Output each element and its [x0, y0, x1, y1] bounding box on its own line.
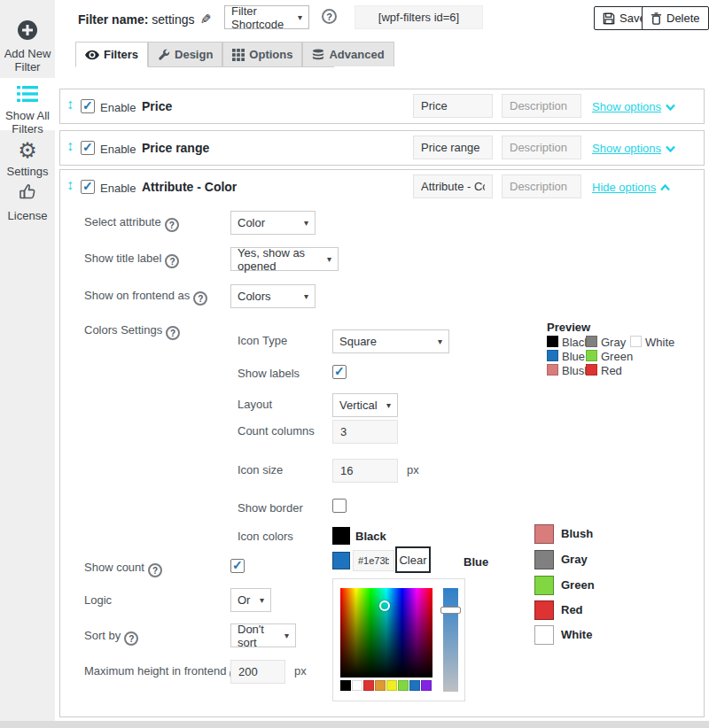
- sidebar-item-settings[interactable]: ⚙ Settings: [0, 140, 55, 182]
- sidebar-item-show-all-filters[interactable]: Show All Filters: [0, 78, 55, 130]
- sidebar-item-add-new-filter[interactable]: Add New Filter: [0, 18, 55, 76]
- filter-description-input[interactable]: [502, 174, 581, 198]
- show-border-checkbox[interactable]: [332, 499, 347, 513]
- count-columns-label: Count columns: [238, 424, 315, 438]
- drag-handle-icon[interactable]: ↕: [66, 178, 74, 192]
- enable-label: Enable: [100, 182, 136, 195]
- filter-name-input[interactable]: [413, 174, 493, 198]
- attr-color-swatch-red[interactable]: [534, 600, 554, 620]
- layout-select[interactable]: Vertical ▾: [332, 393, 398, 417]
- show-border-label: Show border: [238, 501, 303, 515]
- shortcode-value[interactable]: [wpf-filters id=6]: [354, 5, 483, 29]
- preset-swatch[interactable]: [375, 680, 386, 691]
- tab-options[interactable]: Options: [222, 42, 302, 66]
- edit-pencil-icon[interactable]: ✎: [200, 12, 212, 27]
- sidebar: Add New Filter Show All Filters ⚙ Settin…: [0, 0, 55, 728]
- trash-icon: [651, 12, 662, 25]
- help-icon[interactable]: ?: [165, 254, 179, 268]
- preview-label: White: [645, 336, 674, 349]
- attr-color-swatch-gray[interactable]: [534, 550, 554, 569]
- thumbs-up-icon: [0, 182, 55, 205]
- color-picker-slider[interactable]: [443, 588, 458, 692]
- gear-icon: ⚙: [0, 140, 55, 161]
- show-title-label-label: Show title label?: [84, 252, 179, 268]
- filter-description-input[interactable]: [502, 94, 581, 118]
- show-on-frontend-select[interactable]: Colors ▾: [230, 284, 316, 308]
- icon-type-select[interactable]: Square ▾: [332, 329, 449, 353]
- icon-color-hex-input[interactable]: [353, 550, 394, 571]
- show-options-label: Show options: [592, 142, 661, 155]
- attr-color-label: Red: [561, 603, 583, 616]
- icon-color-swatch-blue[interactable]: [332, 552, 350, 569]
- show-options-label: Show options: [592, 100, 661, 113]
- tab-filters[interactable]: Filters: [75, 42, 148, 67]
- filter-description-input[interactable]: [502, 136, 581, 159]
- filter-name-input[interactable]: [413, 136, 493, 159]
- show-labels-checkbox[interactable]: [332, 365, 347, 379]
- drag-handle-icon[interactable]: ↕: [66, 139, 74, 153]
- tab-design[interactable]: Design: [148, 42, 222, 66]
- tab-advanced[interactable]: Advanced: [302, 42, 393, 66]
- preset-swatch[interactable]: [352, 680, 362, 691]
- icon-colors-label: Icon colors: [238, 530, 293, 543]
- sort-by-value: Don't sort: [238, 623, 279, 649]
- color-picker-cursor[interactable]: [379, 600, 390, 611]
- color-picker-presets: [340, 680, 432, 691]
- preset-swatch[interactable]: [421, 680, 432, 691]
- preview-label: Blue: [562, 350, 585, 363]
- preset-swatch[interactable]: [386, 680, 397, 691]
- preview-swatch-blue: [547, 350, 558, 361]
- help-icon[interactable]: ?: [193, 291, 207, 306]
- attr-color-label: Green: [561, 578, 595, 592]
- page-bottom-edge: [0, 721, 709, 728]
- help-icon[interactable]: ?: [165, 218, 179, 232]
- help-icon[interactable]: ?: [148, 563, 162, 577]
- eye-icon: [85, 50, 99, 60]
- preview-label: Gray: [601, 336, 626, 349]
- enable-checkbox[interactable]: [81, 180, 95, 194]
- icon-color-label-black: Black: [355, 530, 386, 543]
- show-labels-label: Show labels: [238, 367, 300, 380]
- max-height-input[interactable]: [230, 660, 285, 684]
- color-picker-slider-handle[interactable]: [440, 607, 461, 614]
- filter-shortcode-select[interactable]: Filter Shortcode ▾: [224, 5, 309, 29]
- help-icon[interactable]: ?: [124, 631, 138, 646]
- delete-button[interactable]: Delete: [642, 6, 709, 30]
- show-count-checkbox[interactable]: [230, 559, 245, 573]
- max-height-unit: px: [294, 664, 307, 678]
- tab-label: Filters: [104, 48, 138, 61]
- preset-swatch[interactable]: [363, 680, 374, 691]
- sort-by-select[interactable]: Don't sort ▾: [230, 623, 296, 647]
- icon-size-input[interactable]: [332, 459, 398, 483]
- drag-handle-icon[interactable]: ↕: [66, 97, 74, 112]
- icon-color-swatch-black[interactable]: [332, 527, 350, 545]
- enable-checkbox[interactable]: [81, 99, 95, 113]
- attr-color-swatch-blush[interactable]: [534, 524, 554, 544]
- list-icon: [0, 85, 55, 105]
- preview-swatch-gray: [586, 336, 597, 347]
- enable-checkbox[interactable]: [81, 141, 95, 155]
- shortcode-help-icon[interactable]: ?: [322, 9, 337, 24]
- preset-swatch[interactable]: [340, 680, 351, 691]
- show-options-link[interactable]: Show options: [592, 142, 675, 155]
- logic-select[interactable]: Or ▾: [230, 588, 271, 612]
- sidebar-item-license[interactable]: License: [0, 182, 55, 231]
- attr-color-swatch-white[interactable]: [534, 625, 554, 645]
- filter-name-input[interactable]: [413, 94, 493, 118]
- preset-swatch[interactable]: [409, 680, 420, 691]
- help-icon[interactable]: ?: [166, 326, 180, 340]
- attr-color-swatch-green[interactable]: [534, 576, 554, 595]
- preview-swatch-black: [547, 336, 558, 347]
- enable-label: Enable: [100, 143, 136, 156]
- show-title-label-value: Yes, show as opened: [238, 246, 322, 273]
- clear-color-button[interactable]: Clear: [395, 546, 431, 573]
- preview-label: Green: [601, 350, 633, 363]
- hide-options-link[interactable]: Hide options: [592, 181, 670, 194]
- chevron-down-icon: ▾: [298, 12, 302, 22]
- preset-swatch[interactable]: [398, 680, 409, 691]
- count-columns-input[interactable]: [332, 420, 398, 444]
- select-attribute-select[interactable]: Color ▾: [230, 211, 316, 235]
- tab-label: Options: [249, 48, 292, 61]
- show-options-link[interactable]: Show options: [592, 100, 675, 113]
- show-title-label-select[interactable]: Yes, show as opened ▾: [230, 247, 339, 271]
